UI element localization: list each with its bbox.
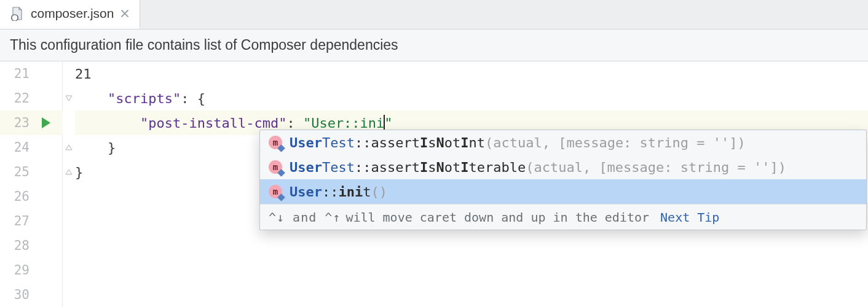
fold-handle-open[interactable]	[63, 86, 75, 111]
line-number: 24	[0, 140, 30, 155]
completion-signature: UserTest::assertIsNotIterable(actual, [m…	[290, 160, 786, 175]
line-number: 27	[0, 214, 30, 228]
line-number: 26	[0, 189, 30, 204]
close-icon[interactable]	[120, 9, 130, 18]
code-line: "scripts": {	[75, 86, 868, 111]
tip-keys: ^↓ and ^↑	[269, 210, 341, 225]
method-icon: m	[269, 136, 282, 149]
line-number: 22	[0, 91, 30, 106]
fold-handle-close[interactable]	[63, 135, 75, 160]
line-number: 28	[0, 238, 30, 253]
svg-text:{ }: { }	[10, 15, 19, 21]
run-gutter-icon[interactable]	[42, 117, 50, 128]
gutter: 21 22 23 24 25 26 27 28 29 30	[0, 61, 63, 307]
tab-composer-json[interactable]: { } composer.json	[0, 0, 140, 29]
line-number: 21	[0, 66, 30, 81]
method-icon: m	[269, 160, 282, 174]
next-tip-link[interactable]: Next Tip	[660, 210, 719, 225]
completion-item[interactable]: mUserTest::assertIsNotIterable(actual, […	[260, 155, 866, 179]
line-number: 29	[0, 263, 30, 278]
completion-tip: ^↓ and ^↑ will move caret down and up in…	[260, 204, 866, 230]
fold-handle-close[interactable]	[63, 160, 75, 184]
completion-item[interactable]: mUserTest::assertIsNotInt(actual, [messa…	[260, 130, 866, 155]
info-banner-text: This configuration file contains list of…	[10, 37, 398, 53]
tab-label: composer.json	[31, 6, 114, 21]
fold-gutter	[63, 61, 75, 307]
line-number: 30	[0, 287, 30, 302]
completion-signature: User::init()	[290, 184, 387, 200]
tab-strip: { } composer.json	[0, 0, 868, 29]
completion-popup[interactable]: mUserTest::assertIsNotInt(actual, [messa…	[259, 130, 867, 230]
info-banner: This configuration file contains list of…	[0, 29, 868, 61]
method-icon: m	[269, 185, 282, 198]
json-file-icon: { }	[10, 6, 25, 21]
tip-text: will move caret down and up in the edito…	[345, 210, 649, 225]
completion-signature: UserTest::assertIsNotInt(actual, [messag…	[290, 135, 746, 150]
completion-item[interactable]: mUser::init()	[260, 179, 866, 204]
code-line: 21	[75, 61, 868, 86]
line-number: 25	[0, 165, 30, 179]
line-number: 23	[0, 115, 30, 130]
